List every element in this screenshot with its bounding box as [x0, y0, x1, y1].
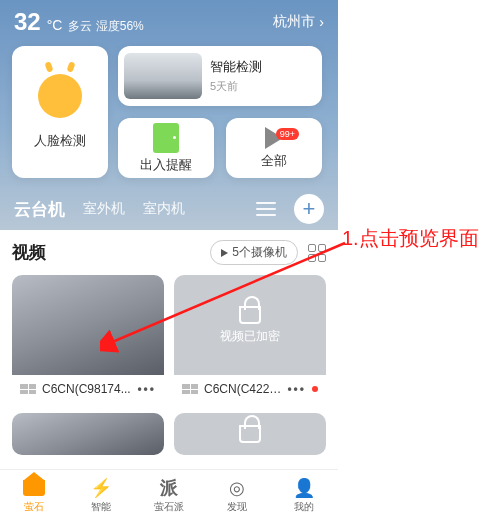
notification-dot	[312, 386, 318, 392]
video-name-1: C6CN(C98174...	[42, 382, 131, 396]
tab-ptz[interactable]: 云台机	[14, 198, 65, 221]
video-thumb-3	[12, 413, 164, 455]
device-tabs: 云台机 室外机 室内机 +	[0, 188, 338, 230]
grid-view-icon[interactable]	[308, 244, 326, 262]
face-detect-label: 人脸检测	[34, 132, 86, 150]
nav-discover[interactable]: ◎ 发现	[203, 470, 271, 521]
add-device-button[interactable]: +	[294, 194, 324, 224]
weather-bar: 32 °C 多云 湿度56% 杭州市 ›	[0, 0, 338, 40]
brand-icon	[182, 384, 198, 394]
face-detect-card[interactable]: 人脸检测	[12, 46, 108, 178]
door-icon	[153, 123, 179, 153]
video-thumb-4	[174, 413, 326, 455]
discover-icon: ◎	[226, 478, 248, 498]
nav-smart[interactable]: ⚡ 智能	[68, 470, 136, 521]
camera-count-button[interactable]: 5个摄像机	[210, 240, 298, 265]
video-card-3[interactable]	[12, 413, 164, 455]
video-card-4[interactable]	[174, 413, 326, 455]
locked-text: 视频已加密	[220, 328, 280, 345]
bottom-nav: 萤石 ⚡ 智能 派 萤石派 ◎ 发现 👤 我的	[0, 469, 338, 521]
nav-pai-label: 萤石派	[154, 500, 184, 514]
badge-count: 99+	[276, 128, 299, 140]
all-label: 全部	[261, 152, 287, 170]
all-card[interactable]: 99+ 全部	[226, 118, 322, 178]
menu-icon[interactable]	[256, 202, 276, 216]
video-card-2[interactable]: 视频已加密 C6CN(C42297... •••	[174, 275, 326, 403]
camera-count-text: 5个摄像机	[232, 244, 287, 261]
tab-outdoor[interactable]: 室外机	[83, 200, 125, 218]
exit-alert-card[interactable]: 出入提醒	[118, 118, 214, 178]
nav-smart-label: 智能	[91, 500, 111, 514]
smart-detect-card[interactable]: 智能检测 5天前	[118, 46, 322, 106]
temp-unit: °C	[47, 17, 63, 33]
feature-cards: 人脸检测 智能检测 5天前 出入提醒 99+	[0, 40, 338, 188]
exit-alert-label: 出入提醒	[140, 156, 192, 174]
temp-value: 32	[14, 8, 41, 36]
pai-icon: 派	[158, 478, 180, 498]
person-icon: 👤	[293, 478, 315, 498]
smart-detect-title: 智能检测	[210, 58, 262, 76]
video-card-1[interactable]: C6CN(C98174... •••	[12, 275, 164, 403]
weather-text: 多云 湿度56%	[68, 18, 143, 35]
video-thumb-1	[12, 275, 164, 375]
face-icon	[38, 74, 82, 118]
play-icon: 99+	[265, 127, 283, 149]
brand-icon	[20, 384, 36, 394]
app-screen: 32 °C 多云 湿度56% 杭州市 › 人脸检测 智能检测 5天前	[0, 0, 338, 521]
lock-icon	[239, 306, 261, 324]
play-small-icon	[221, 249, 228, 257]
nav-home[interactable]: 萤石	[0, 470, 68, 521]
city-name: 杭州市	[273, 13, 315, 31]
smart-detect-thumb	[124, 53, 202, 99]
nav-pai[interactable]: 派 萤石派	[135, 470, 203, 521]
smart-detect-time: 5天前	[210, 79, 262, 94]
video-thumb-2: 视频已加密	[174, 275, 326, 375]
nav-discover-label: 发现	[227, 500, 247, 514]
home-icon	[23, 480, 45, 496]
temperature: 32 °C 多云 湿度56%	[14, 8, 144, 36]
nav-mine[interactable]: 👤 我的	[270, 470, 338, 521]
more-icon[interactable]: •••	[137, 382, 156, 396]
video-name-2: C6CN(C42297...	[204, 382, 281, 396]
annotation-text: 1.点击预览界面	[342, 225, 479, 252]
nav-home-label: 萤石	[24, 500, 44, 514]
bolt-icon: ⚡	[90, 478, 112, 498]
nav-mine-label: 我的	[294, 500, 314, 514]
section-title: 视频	[12, 241, 200, 264]
more-icon[interactable]: •••	[287, 382, 306, 396]
chevron-right-icon: ›	[319, 14, 324, 30]
city-selector[interactable]: 杭州市 ›	[273, 13, 324, 31]
lock-icon	[239, 425, 261, 443]
video-section: 视频 5个摄像机 C6CN(C98174... ••• 视频已加密	[0, 230, 338, 455]
tab-indoor[interactable]: 室内机	[143, 200, 185, 218]
